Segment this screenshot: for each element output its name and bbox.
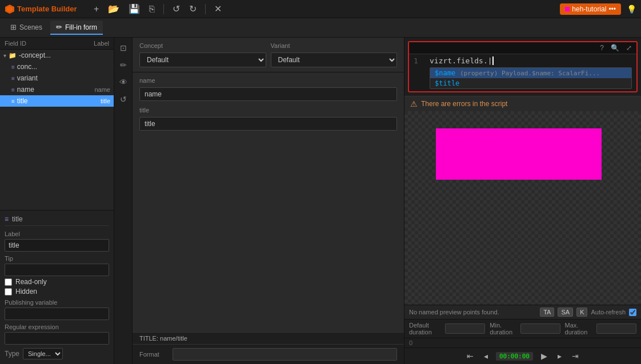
field-editor-header: ≡ title xyxy=(5,215,109,226)
tab-scenes[interactable]: ⊞ Scenes xyxy=(5,21,48,35)
max-duration-label: Max. duration xyxy=(565,322,592,335)
type-row: Type Single... xyxy=(5,348,109,359)
concept-select[interactable]: Default xyxy=(139,52,266,67)
topbar-separator2 xyxy=(205,4,206,14)
max-duration-input[interactable] xyxy=(596,323,636,334)
subtab-bar: ⊞ Scenes ✏ Fill-in form xyxy=(0,18,641,38)
hidden-row: Hidden xyxy=(5,288,109,296)
name-field-label: name xyxy=(139,77,397,84)
side-icon-refresh[interactable]: ↺ xyxy=(118,92,129,106)
ta-button[interactable]: TA xyxy=(540,308,554,317)
regex-section: Regular expression xyxy=(5,323,109,330)
tree-item-conc[interactable]: ≡ conc... xyxy=(0,61,114,72)
tab-more-icon[interactable]: ••• xyxy=(608,5,616,13)
label-input[interactable] xyxy=(5,239,109,252)
readonly-checkbox[interactable] xyxy=(5,278,12,286)
default-duration-input[interactable] xyxy=(445,323,485,334)
readonly-row: Read-only xyxy=(5,278,109,286)
editor-expand-button[interactable]: ⤢ xyxy=(624,43,634,52)
tree-item-title-name: title xyxy=(17,97,98,105)
field-icon-name: ≡ xyxy=(11,87,15,93)
controls-bar: No named preview points found. TA SA K A… xyxy=(404,305,641,319)
format-input[interactable] xyxy=(173,348,397,361)
cursor: | xyxy=(488,56,494,65)
tree-item-title-label: title xyxy=(101,98,110,104)
tree-item-variant-name: variant xyxy=(17,74,110,82)
tree-item-name[interactable]: ≡ name name xyxy=(0,84,114,95)
timeline-row: 0 xyxy=(404,338,641,347)
open-button[interactable]: 📂 xyxy=(105,3,122,15)
line-number: 1 xyxy=(414,56,425,65)
side-icon-bar: ⊡ ✏ 👁 ↺ xyxy=(114,38,133,364)
tab-scenes-label: Scenes xyxy=(19,23,42,31)
editor-help-button[interactable]: ? xyxy=(598,43,606,52)
title-field-label: title xyxy=(139,107,397,114)
tree-item-name-label: name xyxy=(94,86,110,93)
editor-search-button[interactable]: 🔍 xyxy=(608,43,622,52)
close-button[interactable]: ✕ xyxy=(211,3,225,15)
tree-item-concept[interactable]: ▾ 📁 -concept... xyxy=(0,50,114,61)
side-icon-form[interactable]: ⊡ xyxy=(118,41,129,55)
autocomplete-type-1: (property) Payload.$name: ScalarFi... xyxy=(460,70,600,77)
autocomplete-row-name[interactable]: $name (property) Payload.$name: ScalarFi… xyxy=(430,68,631,78)
editor-area: ? 🔍 ⤢ 1 vizrt.fields.| $name (property) … xyxy=(408,41,638,92)
field-icon-title: ≡ xyxy=(11,98,15,104)
undo-button[interactable]: ↺ xyxy=(170,3,183,15)
auto-refresh-checkbox[interactable] xyxy=(629,309,636,316)
forward-button[interactable]: ▸ xyxy=(555,350,564,362)
play-button[interactable]: ▶ xyxy=(539,350,550,362)
field-editor-title: title xyxy=(12,215,23,223)
tab-label: heh-tutorial xyxy=(572,5,606,13)
forward-all-button[interactable]: ⇥ xyxy=(570,350,581,362)
side-icon-edit[interactable]: ✏ xyxy=(118,58,129,72)
error-message: There are errors in the script xyxy=(421,100,507,108)
variant-label: Variant xyxy=(271,42,398,49)
topbar-right: heh-tutorial ••• 💡 xyxy=(560,3,636,15)
title-field-input[interactable] xyxy=(139,117,397,131)
side-icon-preview[interactable]: 👁 xyxy=(117,75,130,89)
rewind-button[interactable]: ◂ xyxy=(482,350,490,362)
rewind-all-button[interactable]: ⇤ xyxy=(464,350,476,362)
new-tab-button[interactable]: + xyxy=(91,3,102,15)
tree-item-concept-name: -concept... xyxy=(19,51,110,59)
field-id-header: Field ID xyxy=(5,40,59,47)
preview-area: name title xyxy=(404,111,641,305)
tab-fill-in-form[interactable]: ✏ Fill-in form xyxy=(50,21,103,35)
editor-code[interactable]: vizrt.fields.| xyxy=(430,56,494,65)
editor-line-1: 1 vizrt.fields.| xyxy=(409,54,636,67)
regex-input[interactable] xyxy=(5,332,109,345)
default-duration-label: Default duration xyxy=(409,322,440,335)
k-button[interactable]: K xyxy=(576,308,587,317)
type-select[interactable]: Single... xyxy=(23,348,63,359)
right-panel: ? 🔍 ⤢ 1 vizrt.fields.| $name (property) … xyxy=(404,38,641,364)
topbar: Template Builder + 📂 💾 ⎘ ↺ ↻ ✕ heh-tutor… xyxy=(0,0,641,18)
tree-item-title[interactable]: ≡ title title xyxy=(0,95,114,107)
autocomplete-row-title[interactable]: $title xyxy=(430,78,631,88)
publishing-var-section: Publishing variable xyxy=(5,299,109,306)
format-row: Format xyxy=(133,344,404,364)
active-tab[interactable]: heh-tutorial ••• xyxy=(560,3,621,15)
publishing-var-input[interactable] xyxy=(5,308,109,320)
variant-select[interactable]: Default xyxy=(271,52,398,67)
sa-button[interactable]: SA xyxy=(558,308,573,317)
title-strip: TITLE: name/title xyxy=(133,332,404,344)
name-field-input[interactable] xyxy=(139,87,397,101)
save-button[interactable]: 💾 xyxy=(126,3,143,15)
duration-bar: Default duration Min. duration Max. dura… xyxy=(404,319,641,338)
tip-input[interactable] xyxy=(5,264,109,276)
saveas-button[interactable]: ⎘ xyxy=(146,3,158,15)
label-section: Label xyxy=(5,230,109,237)
hidden-checkbox[interactable] xyxy=(5,288,12,296)
field-tree-header: Field ID Label xyxy=(0,38,114,50)
preview-text-name: name xyxy=(443,134,595,154)
field-icon: ≡ xyxy=(11,64,15,70)
form-field-title: title xyxy=(139,107,397,131)
field-icon-variant: ≡ xyxy=(11,75,15,82)
autocomplete-box: $name (property) Payload.$name: ScalarFi… xyxy=(430,67,632,89)
redo-button[interactable]: ↻ xyxy=(186,3,199,15)
tree-item-variant[interactable]: ≡ variant xyxy=(0,72,114,84)
preview-content-box: name title xyxy=(436,128,602,180)
min-duration-input[interactable] xyxy=(520,323,560,334)
main-area: Field ID Label ▾ 📁 -concept... ≡ conc...… xyxy=(0,38,641,364)
form-fields: name title xyxy=(133,72,404,135)
